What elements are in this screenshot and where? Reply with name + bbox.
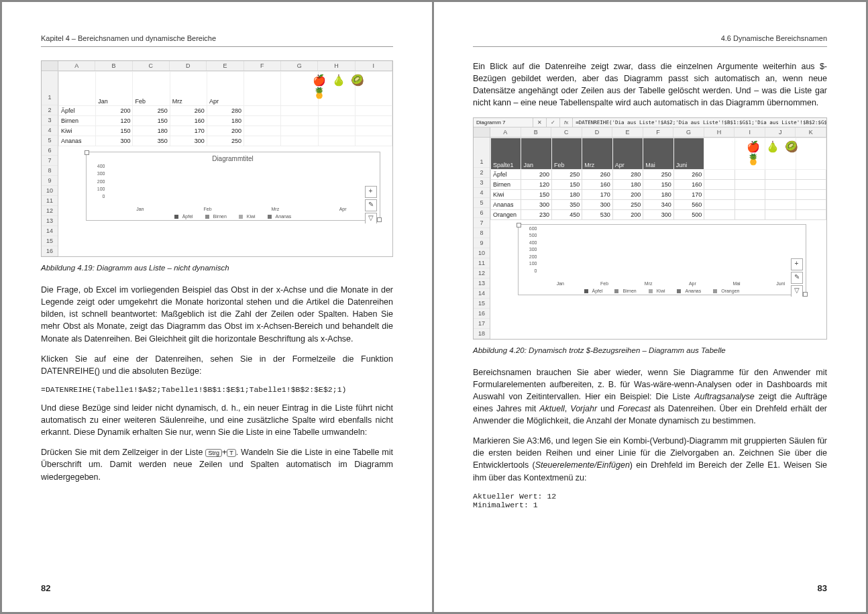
fx-icon[interactable]: fx [560,118,573,127]
embedded-chart[interactable]: + ✎ ▽ 600500 400300 200100 0 [518,224,806,295]
column-headers: A B C D E F G H I [42,61,392,71]
fruit-clipart: 🍎 🍐 🥝🍍 [747,140,800,166]
chart-legend: Äpfel Birnen Kiwi Ananas [89,211,377,219]
code-block: Aktueller Wert: 12 Minimalwert: 1 [473,492,827,509]
kbd-t: T [227,449,236,457]
code-line: =DATENREIHE(Tabelle1!$A$2;Tabelle1!$B$1:… [41,385,393,394]
body-text-right: Bereichsnamen brauchen Sie aber wieder, … [473,366,827,517]
paragraph: Klicken Sie auf eine der Datenreihen, se… [41,353,393,377]
paragraph: Markieren Sie A3:M6, und legen Sie ein K… [473,435,827,484]
name-box[interactable]: Diagramm 7 [474,118,533,127]
caption-4-19: Abbildung 4.19: Diagramm aus Liste – nic… [41,264,393,272]
chart-filter-icon[interactable]: ▽ [365,213,377,223]
fruit-clipart: 🍎 🍐 🥝🍍 [313,74,366,99]
formula-input[interactable]: =DATENREIHE('Dia aus Liste'!$A$2;'Dia au… [573,118,826,127]
chart-filter-icon[interactable]: ▽ [791,285,803,297]
book-spread: Kapitel 4 – Bereichsnamen und dynamische… [0,0,868,614]
caption-4-20: Abbildung 4.20: Dynamisch trotz $-Bezugs… [473,346,827,354]
body-text-left: Die Frage, ob Excel im vorliegenden Beis… [41,284,393,491]
figure-4-19: A B C D E F G H I 1 23 45 67 89 1011 121… [41,60,393,257]
kbd-strg: Strg [205,449,222,457]
body-text-right-top: Ein Blick auf die Datenreihe zeigt zwar,… [473,60,827,117]
paragraph: Die Frage, ob Excel im vorliegenden Beis… [41,284,393,345]
figure-4-20: Diagramm 7 ✕ ✓ fx =DATENREIHE('Dia aus L… [473,117,827,340]
page-number: 83 [818,583,827,593]
chart-title: Diagrammtitel [89,155,377,162]
running-head-right: 4.6 Dynamische Bereichsnamen [473,34,827,47]
embedded-chart[interactable]: + ✎ ▽ Diagrammtitel 400300 200100 0 [86,152,380,221]
paragraph: Bereichsnamen brauchen Sie aber wieder, … [473,366,827,427]
row-numbers: 1 23 45 67 89 1011 1213 1415 1617 18 [474,138,490,339]
column-headers: AB CD EF GH IJ K [474,127,826,138]
formula-bar: Diagramm 7 ✕ ✓ fx =DATENREIHE('Dia aus L… [474,118,826,127]
paragraph: Ein Blick auf die Datenreihe zeigt zwar,… [473,60,827,109]
page-82: Kapitel 4 – Bereichsnamen und dynamische… [2,2,432,612]
cancel-icon[interactable]: ✕ [533,118,547,127]
paragraph: Und diese Bezüge sind leider nicht dynam… [41,402,393,438]
accept-icon[interactable]: ✓ [547,118,560,127]
paragraph: Drücken Sie mit dem Zellzeiger in der Li… [41,446,393,482]
page-83: 4.6 Dynamische Bereichsnamen Ein Blick a… [434,2,866,612]
chart-legend: Äpfel Birnen Kiwi Ananas Orangen [521,286,803,293]
page-number: 82 [41,583,50,593]
running-head-left: Kapitel 4 – Bereichsnamen und dynamische… [41,34,393,47]
row-numbers: 1 23 45 67 89 1011 1213 1415 16 [42,71,58,256]
